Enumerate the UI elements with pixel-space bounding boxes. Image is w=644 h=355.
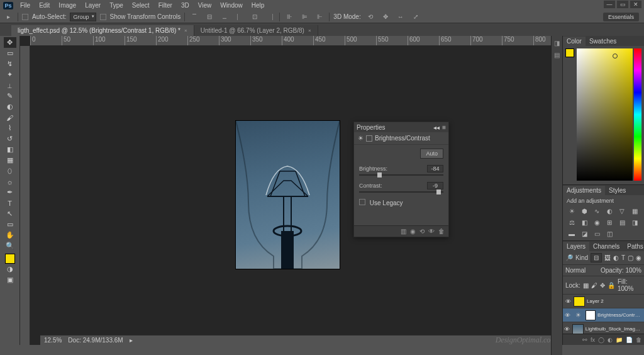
tab-channels[interactable]: Channels: [589, 242, 623, 251]
collapse-icon[interactable]: ◂◂: [433, 124, 440, 131]
path-tool[interactable]: ↖: [4, 208, 16, 219]
fx-icon[interactable]: fx: [591, 337, 595, 343]
quickmask-tool[interactable]: ◑: [4, 264, 16, 274]
close-tab-icon[interactable]: ×: [308, 28, 311, 33]
pen-tool[interactable]: ✒: [4, 187, 16, 198]
poster-adj-icon[interactable]: ▬: [567, 229, 577, 238]
zoom-level[interactable]: 12.5%: [44, 337, 62, 344]
legacy-checkbox[interactable]: [359, 199, 365, 205]
mask-add-icon[interactable]: ◯: [598, 337, 604, 343]
menu-file[interactable]: File: [16, 1, 34, 10]
shape-tool[interactable]: ▭: [4, 219, 16, 230]
filter-kind[interactable]: Kind: [575, 254, 588, 261]
menu-image[interactable]: Image: [55, 1, 80, 10]
delete-icon[interactable]: 🗑: [438, 228, 445, 235]
brightness-value[interactable]: -84: [427, 165, 443, 172]
align-vcenter-icon[interactable]: ⊟: [204, 12, 215, 22]
distribute-icon-3[interactable]: ⊩: [314, 12, 325, 22]
tab-layers[interactable]: Layers: [563, 242, 589, 251]
invert-adj-icon[interactable]: ◨: [630, 218, 640, 227]
show-transform-checkbox[interactable]: [100, 14, 106, 20]
status-arrow-icon[interactable]: ▸: [130, 337, 133, 344]
hand-tool[interactable]: ✋: [4, 230, 16, 240]
gradient-tool[interactable]: ▦: [4, 155, 16, 166]
wand-tool[interactable]: ✦: [4, 69, 16, 80]
photo-adj-icon[interactable]: ◉: [592, 218, 602, 227]
3d-orbit-icon[interactable]: ⟲: [365, 12, 376, 22]
stamp-tool[interactable]: ⌇: [4, 123, 16, 133]
auto-select-dropdown[interactable]: Group: [70, 13, 96, 21]
lock-trans-icon[interactable]: ▦: [583, 282, 589, 289]
menu-view[interactable]: View: [194, 1, 216, 10]
history-brush-tool[interactable]: ↺: [4, 133, 16, 144]
close-button[interactable]: ✕: [630, 1, 641, 8]
filter-icon-3[interactable]: T: [621, 254, 625, 261]
menu-type[interactable]: Type: [106, 1, 127, 10]
panel-menu-icon[interactable]: ≡: [442, 124, 446, 131]
close-tab-icon[interactable]: ×: [184, 28, 187, 33]
tab-styles[interactable]: Styles: [605, 186, 630, 195]
brush-tool[interactable]: 🖌: [4, 112, 16, 123]
filter-icon-5[interactable]: ◉: [636, 254, 641, 261]
opacity-value[interactable]: 100%: [625, 267, 641, 274]
brightness-adj-icon[interactable]: ☀: [567, 206, 577, 215]
move-tool[interactable]: ✥: [4, 37, 16, 48]
mixer-adj-icon[interactable]: ⊞: [604, 218, 614, 227]
align-right-icon[interactable]: ⎹: [264, 12, 275, 22]
tab-paths[interactable]: Paths: [623, 242, 644, 251]
lookup-adj-icon[interactable]: ▤: [617, 218, 627, 227]
blur-tool[interactable]: ⬯: [4, 166, 16, 176]
vibrance-adj-icon[interactable]: ▽: [617, 206, 627, 215]
menu-select[interactable]: Select: [128, 1, 153, 10]
contrast-value[interactable]: -9: [427, 182, 443, 189]
zoom-tool[interactable]: 🔍: [4, 240, 16, 251]
tab-color[interactable]: Color: [563, 37, 586, 46]
eye-icon[interactable]: 👁: [564, 312, 571, 318]
blend-mode-dropdown[interactable]: Normal: [565, 267, 597, 274]
thresh-adj-icon[interactable]: ◪: [579, 229, 589, 238]
lock-all-icon[interactable]: 🔒: [608, 282, 615, 289]
menu-window[interactable]: Window: [216, 1, 247, 10]
align-bottom-icon[interactable]: ⎽: [219, 12, 230, 22]
menu-3d[interactable]: 3D: [177, 1, 193, 10]
eye-icon[interactable]: 👁: [564, 298, 572, 305]
lock-pos-icon[interactable]: ✥: [600, 282, 605, 289]
view-prev-icon[interactable]: ◉: [410, 228, 416, 235]
trash-icon[interactable]: 🗑: [636, 337, 641, 343]
align-left-icon[interactable]: ⎸: [234, 12, 245, 22]
lock-paint-icon[interactable]: 🖌: [591, 282, 597, 289]
lasso-tool[interactable]: ↯: [4, 59, 16, 69]
levels-adj-icon[interactable]: ⬢: [579, 206, 589, 215]
fill-value[interactable]: 100%: [618, 285, 634, 292]
selcol-adj-icon[interactable]: ◫: [604, 229, 614, 238]
layer-row[interactable]: 👁Lightbulb_Stock_Image_by_A...: [563, 322, 644, 334]
tab-adjustments[interactable]: Adjustments: [563, 186, 605, 195]
workspace-switcher[interactable]: Essentials: [603, 13, 639, 21]
maximize-button[interactable]: ▭: [617, 1, 628, 8]
filter-icon-1[interactable]: 🖼: [604, 254, 611, 261]
menu-edit[interactable]: Edit: [35, 1, 53, 10]
eraser-tool[interactable]: ◧: [4, 144, 16, 155]
contrast-slider[interactable]: [359, 191, 443, 193]
curves-adj-icon[interactable]: ∿: [592, 206, 602, 215]
link-icon[interactable]: ⚯: [582, 337, 587, 343]
document-tab[interactable]: Untitled-1 @ 66.7% (Layer 2, RGB/8)×: [194, 25, 318, 36]
3d-slide-icon[interactable]: ↔: [395, 12, 406, 22]
new-layer-icon[interactable]: 📄: [626, 337, 633, 343]
align-top-icon[interactable]: ⎺: [189, 12, 200, 22]
layer-row[interactable]: 👁☀Brightness/Contrast...: [563, 308, 644, 322]
visibility-icon[interactable]: 👁: [428, 228, 435, 235]
color-swatch[interactable]: [565, 48, 574, 57]
eyedropper-tool[interactable]: ✎: [4, 91, 16, 101]
screenmode-tool[interactable]: ▣: [4, 274, 16, 285]
adj-add-icon[interactable]: ◐: [608, 337, 613, 343]
menu-layer[interactable]: Layer: [81, 1, 104, 10]
dodge-tool[interactable]: ☼: [4, 176, 16, 187]
menu-help[interactable]: Help: [248, 1, 269, 10]
distribute-icon[interactable]: ⊪: [284, 12, 295, 22]
marquee-tool[interactable]: ▭: [4, 48, 16, 59]
history-icon[interactable]: ◨: [554, 40, 560, 47]
crop-tool[interactable]: ⟂: [4, 80, 16, 91]
auto-select-checkbox[interactable]: [22, 14, 28, 20]
color-field[interactable]: [577, 48, 633, 181]
